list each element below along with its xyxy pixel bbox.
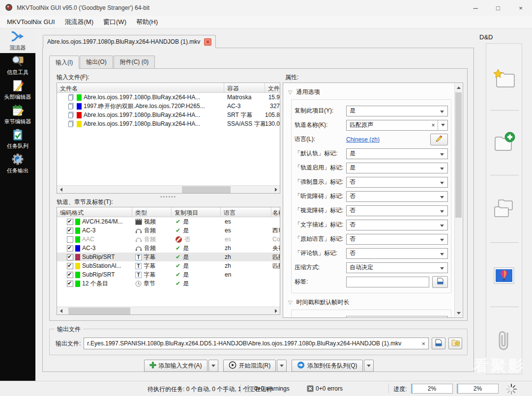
scroll-up-icon[interactable]	[455, 84, 462, 91]
subtitle-icon: T	[135, 263, 142, 269]
language-link[interactable]: Chinese (zh)	[346, 136, 427, 143]
tracks-table[interactable]: 编码格式 类型 复制项目 语言 名称 AVC/H.264/M... 视频 ✔是 …	[57, 207, 280, 315]
tab-output[interactable]: 输出(O)	[80, 56, 113, 68]
close-button[interactable]: ×	[509, 0, 532, 16]
track-checkbox[interactable]	[67, 281, 73, 287]
sidebar-item-header-editor[interactable]: 头部编辑器	[0, 78, 35, 102]
scroll-right-icon[interactable]	[272, 186, 280, 194]
chevron-down-icon[interactable]	[438, 120, 447, 130]
file-row[interactable]: Abre.los.ojos.1997.1080p.BluRay.x264-HA.…	[57, 93, 280, 102]
compression-select[interactable]: 自动决定	[346, 262, 448, 273]
track-row-selected[interactable]: SubRip/SRT T字幕 ✔是 zh 匹配	[57, 253, 280, 261]
default-track-select[interactable]: 是	[346, 148, 448, 159]
start-muxing-dropdown[interactable]	[277, 360, 287, 372]
add-source-files-button[interactable]: 添加输入文件(A)	[144, 360, 207, 372]
sidebar-item-job-output[interactable]: 任务输出	[0, 151, 35, 176]
add-file-icon[interactable]	[492, 131, 516, 156]
splitter-handle[interactable]: ••••••	[160, 194, 177, 199]
track-row[interactable]: AC-3 音频 ✔是 zh 央视	[57, 244, 280, 253]
tab-attachments[interactable]: 附件(C) (0)	[114, 56, 155, 68]
section-timestamps[interactable]: ▽时间戳和默认帧时长	[288, 298, 454, 307]
new-folder-icon[interactable]	[492, 68, 516, 91]
track-checkbox[interactable]	[67, 245, 73, 252]
tab-input[interactable]: 输入(I)	[49, 56, 79, 69]
text-description-select[interactable]: 否	[346, 220, 448, 230]
minimize-button[interactable]: ─	[464, 0, 487, 16]
column-type[interactable]: 类型	[132, 207, 172, 217]
source-files-table[interactable]: 文件名 容器 文件 Abre.los.ojos.1997.1080p.BluRa…	[57, 83, 280, 194]
output-file-input[interactable]: r.Eyes.1997.SPANISH.1080p.BluRay.x264.DD…	[84, 338, 429, 349]
menu-mkvtoolnix[interactable]: MKVToolNix GUI	[2, 16, 60, 28]
track-checkbox[interactable]	[67, 254, 73, 260]
column-container[interactable]: 容器	[224, 83, 265, 92]
scroll-down-icon[interactable]	[455, 309, 462, 317]
track-row[interactable]: AAC 音频 否 es Co	[57, 235, 280, 244]
browse-output-button[interactable]	[432, 338, 445, 349]
commentary-select[interactable]: 否	[346, 248, 448, 259]
scroll-left-icon[interactable]	[57, 186, 65, 194]
tags-input[interactable]	[346, 277, 429, 287]
copy-folders-icon[interactable]	[492, 197, 516, 223]
tracks-horizontal-scrollbar[interactable]	[57, 307, 280, 314]
visual-impaired-select[interactable]: 否	[346, 205, 448, 216]
start-muxing-button[interactable]: 开始混流(R)	[223, 360, 276, 372]
clear-icon[interactable]: ×	[429, 122, 438, 129]
add-source-files-dropdown[interactable]	[208, 360, 218, 372]
file-row[interactable]: Abre.los.ojos.1997.1080p.BluRay.x264-HA.…	[57, 111, 280, 119]
track-enabled-select[interactable]: 是	[346, 163, 448, 173]
open-file-tab[interactable]: Abre.los.ojos.1997.1080p.BluRay.x264-HAN…	[43, 35, 216, 48]
scrollbar-thumb[interactable]	[68, 308, 131, 314]
track-row[interactable]: SubRip/SRT T字幕 ✔是 en	[57, 270, 280, 279]
close-tab-icon[interactable]: ×	[204, 38, 211, 46]
track-row[interactable]: 12 个条目 章节 ✔是	[57, 279, 280, 288]
hearing-impaired-select[interactable]: 否	[346, 191, 448, 202]
add-to-job-queue-dropdown[interactable]	[364, 360, 374, 372]
track-checkbox[interactable]	[67, 236, 73, 243]
track-row[interactable]: AC-3 音频 ✔是 es 西班	[57, 226, 280, 235]
track-row[interactable]: SubStationAl... T字幕 ✔是 zh 匹配	[57, 261, 280, 270]
column-copy[interactable]: 复制项目	[172, 207, 221, 217]
clear-icon[interactable]: ×	[418, 340, 425, 347]
track-checkbox[interactable]	[67, 227, 73, 234]
track-checkbox[interactable]	[67, 272, 73, 278]
sidebar-item-info-tool[interactable]: 信息工具	[0, 53, 35, 78]
file-row[interactable]: Abre.los.ojos.1997.1080p.BluRay.x264-HA.…	[57, 119, 280, 128]
scrollbar-thumb[interactable]	[455, 92, 462, 218]
scroll-left-icon[interactable]	[57, 307, 65, 315]
sidebar-item-job-queue[interactable]: 任务队列	[0, 127, 35, 151]
menu-window[interactable]: 窗口(W)	[98, 16, 131, 28]
maximize-button[interactable]: □	[487, 0, 509, 16]
track-checkbox[interactable]	[67, 263, 73, 269]
sidebar-item-multiplexer[interactable]: 混流器	[0, 28, 35, 53]
clock-icon	[135, 281, 142, 287]
column-name[interactable]: 名称	[271, 207, 280, 217]
properties-vertical-scrollbar[interactable]	[454, 84, 462, 317]
track-checkbox[interactable]	[67, 219, 73, 225]
scrollbar-thumb[interactable]	[182, 186, 231, 193]
browse-tags-button[interactable]	[432, 276, 448, 288]
chevron-down-icon	[367, 365, 371, 367]
add-to-job-queue-button[interactable]: 添加到任务队列(Q)	[292, 360, 362, 372]
divider	[388, 384, 389, 394]
scroll-right-icon[interactable]	[272, 307, 280, 315]
column-language[interactable]: 语言	[221, 207, 271, 217]
clipped-input[interactable]	[346, 316, 448, 318]
file-row[interactable]: 1997.睁开你的双眼.Abre.los.ojos.720P.H265... A…	[57, 102, 280, 111]
section-general-options[interactable]: ▽通用选项	[288, 88, 454, 96]
menu-help[interactable]: 帮助(H)	[131, 16, 163, 28]
edit-language-button[interactable]	[430, 134, 448, 145]
photo-icon[interactable]	[494, 267, 514, 285]
forced-display-select[interactable]: 否	[346, 177, 448, 188]
paperclip-icon[interactable]	[494, 329, 514, 355]
original-language-select[interactable]: 否	[346, 234, 448, 245]
track-name-combo[interactable]: 匹配原声×	[346, 120, 448, 131]
column-file-size[interactable]: 文件	[265, 83, 280, 92]
column-codec[interactable]: 编码格式	[57, 207, 132, 217]
folder-star-button[interactable]	[448, 338, 462, 349]
sidebar-item-chapter-editor[interactable]: 章节编辑器	[0, 102, 35, 127]
column-file-name[interactable]: 文件名	[57, 83, 224, 92]
track-row[interactable]: AVC/H.264/M... 视频 ✔是 es	[57, 217, 280, 226]
menu-multiplexer[interactable]: 混流器(M)	[60, 16, 99, 28]
copy-item-select[interactable]: 是	[346, 106, 448, 116]
files-horizontal-scrollbar[interactable]	[57, 185, 280, 193]
